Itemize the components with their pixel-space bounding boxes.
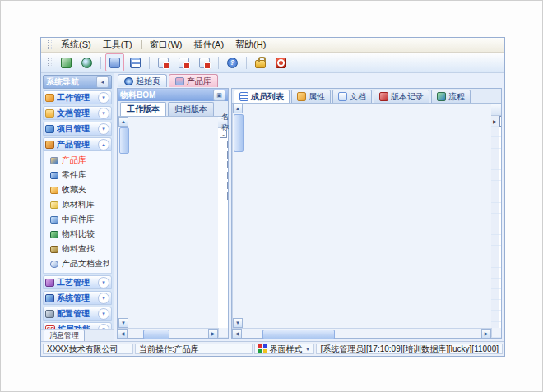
sidebar-section-header[interactable]: 工作管理▾: [43, 90, 112, 104]
table-cell[interactable]: 磁钢盖: [499, 191, 501, 202]
tree-node[interactable]: -系统产品库: [218, 129, 228, 140]
scroll-down-icon[interactable]: [233, 318, 243, 328]
scroll-up-icon[interactable]: [118, 117, 128, 127]
menu-item[interactable]: 窗口(W): [144, 38, 188, 52]
bom-version-tab[interactable]: 工作版本: [120, 102, 166, 116]
tree-horizontal-scrollbar[interactable]: [118, 328, 218, 338]
tree-node[interactable]: 金属膜电阻器: [218, 293, 228, 304]
scroll-right-icon[interactable]: [208, 329, 218, 339]
table-cell[interactable]: BJ-2100主板单点: [499, 116, 501, 127]
table-row[interactable]: 方形塑料线圈258-839403-00X尼龙1010零件塑料类标准件外协条: [491, 289, 501, 300]
table-cell[interactable]: 提手（A. B）: [499, 256, 501, 267]
table-cell[interactable]: 挡砂板: [499, 235, 501, 246]
sidebar-item[interactable]: 物料比较: [44, 227, 111, 242]
table-cell[interactable]: 长磁头支架: [499, 203, 501, 214]
table-cell[interactable]: 右侧盖: [499, 181, 501, 191]
sidebar-item[interactable]: 原材料库: [44, 197, 111, 212]
tree-node[interactable]: 金属膜电阻器: [218, 284, 228, 294]
sidebar-item[interactable]: 零件库: [44, 168, 111, 182]
table-row[interactable]: 左侧盖209-990001-01X塑料ABS零件塑料类标准件外协条: [491, 170, 501, 181]
lock-button[interactable]: [251, 53, 270, 71]
table-cell[interactable]: 左侧盖: [499, 170, 501, 181]
table-row[interactable]: 上盖201-830302-00X塑料ABS零件塑料类标准件外协条: [491, 137, 501, 148]
sidebar-section-header[interactable]: 项目管理▾: [43, 122, 112, 136]
column-header[interactable]: 名称: [499, 104, 501, 115]
web-button[interactable]: [77, 53, 96, 71]
table-cell[interactable]: 上电源座: [499, 300, 501, 311]
table-row[interactable]: 探头壳208-601701-01X塑料ABS零件塑料类标准件外协条: [491, 159, 501, 170]
sidebar-section-header[interactable]: 产品管理▴: [43, 137, 112, 151]
table-row[interactable]: 预置电源支架229-823302-00X塑料ABS零件塑料类标准件外协条: [491, 214, 501, 224]
tree-hscroll-thumb[interactable]: [143, 330, 169, 339]
sidebar-item[interactable]: 收藏夹: [44, 182, 111, 197]
bom-version-tab[interactable]: 归档版本: [168, 102, 214, 116]
tree-node[interactable]: +检验标准: [218, 181, 228, 191]
member-tab[interactable]: 流程: [431, 90, 471, 103]
tree-node[interactable]: -美式系列: [218, 191, 228, 201]
menu-item[interactable]: 工具(T): [97, 38, 138, 52]
exit-button[interactable]: [272, 53, 290, 71]
member-tab[interactable]: 成员列表: [234, 90, 290, 103]
tree-node[interactable]: +BJ-2100主板单元: [218, 232, 228, 242]
tree-vscroll-thumb[interactable]: [119, 127, 129, 154]
table-row[interactable]: ▶BJ-2100主板单点730-721000-12X部件电源板专用件外协颗: [491, 116, 501, 127]
components-button[interactable]: [57, 53, 76, 71]
tree-node[interactable]: 后盖: [218, 263, 228, 274]
table-cell[interactable]: 后盖: [499, 149, 501, 159]
grid-hscroll-thumb[interactable]: [262, 330, 335, 339]
tree-node[interactable]: +单把系列: [218, 170, 228, 181]
table-row[interactable]: 后盖202-990002-01X塑料ABS零件塑料类标准件外协条: [491, 149, 501, 159]
menu-grip[interactable]: [48, 40, 52, 49]
toggle-plus-icon[interactable]: +: [227, 141, 228, 148]
table-cell[interactable]: 预置电源支架: [499, 214, 501, 224]
sidebar-section-header[interactable]: 工艺管理▾: [43, 275, 112, 289]
tree-node[interactable]: -08年一季度: [218, 211, 228, 222]
menu-item[interactable]: 插件(A): [188, 38, 230, 52]
table-row[interactable]: 提手（A. B）249-990001-01X塑料ABS零件塑料类标准件外协条: [491, 256, 501, 267]
menu-item[interactable]: 系统(S): [55, 38, 97, 52]
table-cell[interactable]: BJ20主显示板: [499, 127, 501, 137]
table-row[interactable]: 右侧盖209-990002-01X塑料ABS零件塑料类标准件外协条: [491, 181, 501, 191]
tree-node[interactable]: +BJ20主显示板: [218, 242, 228, 253]
toggle-plus-icon[interactable]: +: [227, 182, 228, 189]
chevron-down-icon[interactable]: ▾: [98, 92, 109, 104]
table-cell[interactable]: 接砂轮护罩: [499, 224, 501, 235]
chevron-down-icon[interactable]: ▾: [98, 108, 109, 119]
toggle-minus-icon[interactable]: -: [227, 192, 228, 200]
sidebar-section-header[interactable]: 文档管理▾: [43, 106, 112, 120]
sidebar-section-header[interactable]: 系统管理▾: [43, 291, 112, 305]
member-tab[interactable]: 属性: [291, 90, 331, 103]
table-cell[interactable]: 压线夹（二）: [499, 279, 501, 289]
scroll-down-icon[interactable]: [118, 318, 128, 328]
table-row[interactable]: 接砂轮护罩236-823301-00X塑料ABS零件塑料类标准件外协条: [491, 224, 501, 235]
tree-node[interactable]: 金属膜电阻器: [218, 314, 228, 325]
member-tab[interactable]: 文档: [332, 90, 372, 103]
chevron-up-icon[interactable]: ▴: [98, 139, 109, 150]
grid-vscroll-thumb[interactable]: [234, 114, 244, 152]
member-tab[interactable]: 版本记录: [374, 90, 429, 103]
bom-panel-button[interactable]: ▣: [213, 90, 225, 101]
toggle-plus-icon[interactable]: +: [227, 172, 228, 179]
chevron-down-icon[interactable]: ▾: [98, 293, 109, 304]
toolbar-grip[interactable]: [48, 58, 52, 67]
table-row[interactable]: BJ20主显示板730-828000-04X部件电源板专用件外协颗: [491, 127, 501, 137]
tree-node[interactable]: +SP-测试机系列: [218, 150, 228, 160]
doc-tab[interactable]: 产品库: [169, 74, 218, 87]
tree-column-header[interactable]: 名称: [218, 117, 228, 128]
table-cell[interactable]: 探头壳: [499, 159, 501, 170]
table-row[interactable]: 压线夹（一）258-839401-00X尼龙1010零件塑料类标准件外协条: [491, 268, 501, 279]
tree-node[interactable]: +SP-演示机系列: [218, 140, 228, 150]
toggle-plus-icon[interactable]: +: [227, 161, 228, 168]
toggle-plus-icon[interactable]: +: [227, 151, 228, 159]
scroll-left-icon[interactable]: [118, 329, 128, 339]
ui-style-button[interactable]: 界面样式 ▼: [254, 344, 315, 354]
sidebar-section-header[interactable]: SP扩展功能▾: [43, 322, 112, 329]
grid-horizontal-scrollbar[interactable]: [232, 328, 491, 338]
tree-node[interactable]: 金属膜电阻器: [218, 273, 228, 284]
table-row[interactable]: 压线夹（二）258-839402-00X尼龙1010零件塑料类标准件外协条: [491, 279, 501, 289]
sidebar-item[interactable]: 产品文档查找: [44, 256, 111, 271]
table-row[interactable]: 长磁头支架229-823401-00X塑料ABS零件塑料类标准件外协条: [491, 203, 501, 214]
table-row[interactable]: 磁钢盖214-839404-01X塑料ABS零件塑料类标准件外协条: [491, 191, 501, 202]
table-cell[interactable]: 下砂定位片（右）: [499, 322, 501, 328]
scroll-left-icon[interactable]: [232, 329, 242, 339]
